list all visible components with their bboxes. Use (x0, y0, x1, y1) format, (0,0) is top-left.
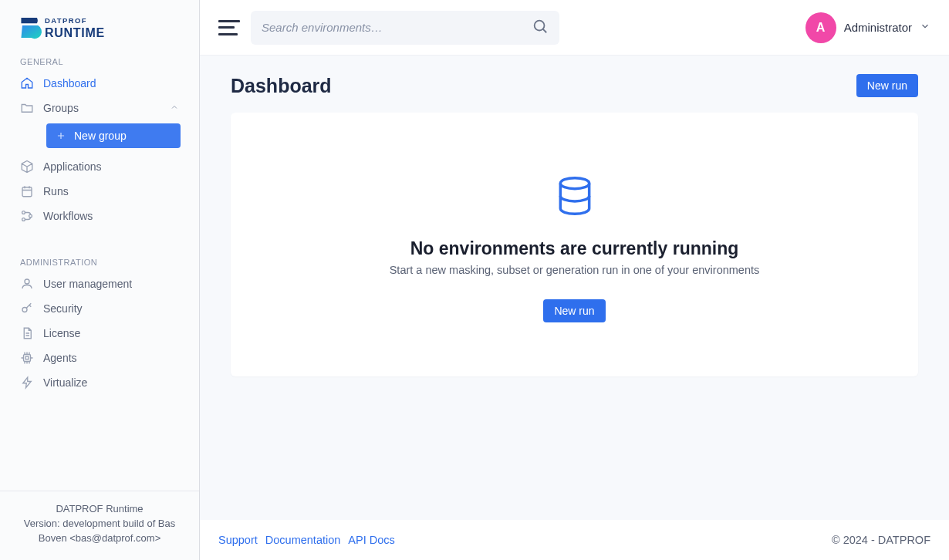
sidebar-item-user-management[interactable]: User management (0, 272, 199, 296)
new-run-button[interactable]: New run (856, 74, 918, 97)
chevron-up-icon (170, 102, 179, 114)
datprof-runtime-logo-icon: DATPROF RUNTIME (20, 14, 144, 42)
sidebar-item-agents[interactable]: Agents (0, 346, 199, 370)
main: A Administrator Dashboard New run No env… (200, 0, 949, 560)
empty-state-card: No environments are currently running St… (231, 113, 918, 376)
svg-point-9 (560, 178, 589, 189)
sidebar-item-label: User management (43, 278, 132, 290)
user-menu[interactable]: A Administrator (805, 12, 930, 43)
sidebar-item-label: Applications (43, 160, 102, 173)
svg-rect-7 (25, 356, 29, 359)
cpu-icon (20, 351, 34, 365)
sidebar-item-label: Virtualize (43, 376, 87, 389)
logo-top-text: DATPROF (45, 16, 87, 25)
folder-icon (20, 101, 34, 115)
empty-state-title: No environments are currently running (410, 238, 739, 259)
search-input[interactable] (262, 21, 532, 34)
menu-toggle-button[interactable] (218, 20, 240, 35)
sidebar-item-label: Groups (43, 102, 79, 114)
document-icon (20, 326, 34, 340)
logo[interactable]: DATPROF RUNTIME (0, 0, 199, 49)
sidebar-item-label: Dashboard (43, 77, 96, 89)
page-title: Dashboard (231, 75, 332, 97)
home-icon (20, 76, 34, 90)
sidebar-item-workflows[interactable]: Workflows (0, 204, 199, 228)
section-label-general: GENERAL (0, 49, 199, 71)
page-header: Dashboard New run (231, 74, 918, 97)
svg-rect-6 (24, 355, 31, 362)
footer-link-documentation[interactable]: Documentation (265, 534, 341, 546)
user-name: Administrator (844, 21, 912, 34)
sidebar-item-label: Runs (43, 185, 69, 197)
bolt-icon (20, 376, 34, 390)
plus-icon (56, 130, 66, 141)
sidebar-item-applications[interactable]: Applications (0, 154, 199, 179)
logo-bottom-text: RUNTIME (45, 26, 105, 39)
svg-point-5 (22, 308, 27, 312)
calendar-icon (20, 184, 34, 198)
package-icon (20, 160, 34, 174)
avatar: A (805, 12, 836, 43)
search-icon[interactable] (532, 18, 549, 37)
empty-state-subtitle: Start a new masking, subset or generatio… (390, 264, 760, 276)
footer-link-support[interactable]: Support (218, 534, 258, 546)
search-box[interactable] (251, 11, 559, 45)
sidebar-item-license[interactable]: License (0, 321, 199, 346)
topbar: A Administrator (200, 0, 949, 56)
chevron-down-icon (920, 21, 930, 34)
sidebar-item-groups[interactable]: Groups (0, 96, 199, 120)
database-icon (553, 174, 596, 220)
sidebar-footer: DATPROF Runtime Version: development bui… (0, 491, 199, 560)
footer: Support Documentation API Docs © 2024 - … (200, 520, 949, 560)
sidebar-item-virtualize[interactable]: Virtualize (0, 370, 199, 395)
svg-point-2 (22, 218, 25, 221)
sidebar-footer-version: Version: development build of Bas Boven … (15, 517, 184, 546)
sidebar-item-security[interactable]: Security (0, 296, 199, 321)
svg-point-4 (25, 279, 29, 284)
section-label-admin: ADMINISTRATION (0, 250, 199, 272)
key-icon (20, 302, 34, 315)
sidebar: DATPROF RUNTIME GENERAL Dashboard Groups… (0, 0, 200, 560)
sidebar-footer-title: DATPROF Runtime (15, 502, 184, 517)
sidebar-item-dashboard[interactable]: Dashboard (0, 71, 199, 96)
new-group-label: New group (74, 130, 127, 142)
svg-rect-0 (22, 187, 32, 197)
user-icon (20, 277, 34, 291)
footer-copyright: © 2024 - DATPROF (832, 534, 930, 546)
new-run-button-card[interactable]: New run (543, 299, 605, 322)
svg-point-1 (22, 211, 25, 214)
footer-link-api-docs[interactable]: API Docs (348, 534, 394, 546)
sidebar-item-label: Agents (43, 352, 77, 364)
sidebar-scroll: DATPROF RUNTIME GENERAL Dashboard Groups… (0, 0, 199, 491)
svg-point-8 (535, 21, 545, 31)
new-group-button[interactable]: New group (46, 123, 181, 148)
svg-point-3 (29, 214, 32, 218)
sidebar-item-runs[interactable]: Runs (0, 179, 199, 204)
workflow-icon (20, 209, 34, 223)
sidebar-item-label: Workflows (43, 210, 93, 222)
sidebar-item-label: License (43, 327, 80, 339)
sidebar-item-label: Security (43, 302, 83, 315)
content-area: Dashboard New run No environments are cu… (200, 56, 949, 520)
